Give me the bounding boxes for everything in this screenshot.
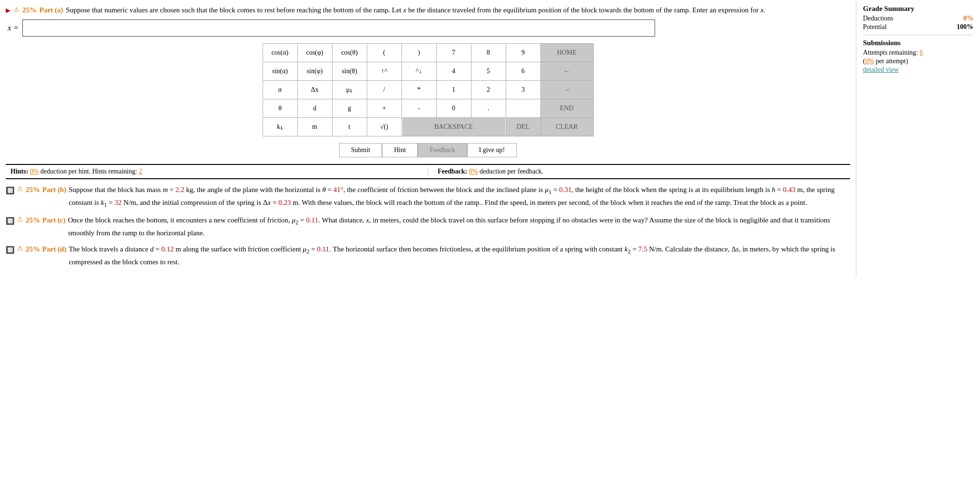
feedback-deduction: 0% <box>469 168 478 175</box>
hints-text: deduction per hint. Hints remaining: <box>40 168 139 175</box>
action-buttons: Submit Hint Feedback I give up! <box>6 143 850 157</box>
parts-section: 🔲 ⚠ 25% Part (b) Suppose that the block … <box>6 184 850 268</box>
calc-t[interactable]: t <box>333 118 367 136</box>
per-attempt-val: 0% <box>865 58 874 65</box>
calc-1[interactable]: 1 <box>437 81 471 99</box>
calc-mu1[interactable]: μ₁ <box>333 81 367 99</box>
calc-theta[interactable]: θ <box>263 99 297 117</box>
calc-sqrt[interactable]: √() <box>367 118 402 136</box>
calc-row-2: sin(α) sin(φ) sin(θ) ↑^ ^↓ 4 5 6 ← <box>263 62 593 80</box>
part-d-label: Part (d) <box>42 243 66 255</box>
grade-summary-title: Grade Summary <box>863 5 973 13</box>
calc-8[interactable]: 8 <box>471 44 506 62</box>
calc-0[interactable]: 0 <box>437 99 471 117</box>
hints-section: Hints: 0% deduction per hint. Hints rema… <box>10 168 418 175</box>
part-c-label: Part (c) <box>42 214 66 226</box>
calc-sin-alpha[interactable]: sin(α) <box>263 62 297 80</box>
calc-alpha[interactable]: α <box>263 81 297 99</box>
calc-6[interactable]: 6 <box>506 62 540 80</box>
part-d-row: 🔲 ⚠ 25% Part (d) The block travels a dis… <box>6 243 850 268</box>
part-d-warning: ⚠ <box>17 243 23 254</box>
calc-7[interactable]: 7 <box>437 44 471 62</box>
calc-divide[interactable]: / <box>367 81 402 99</box>
potential-row: Potential 100% <box>863 23 973 31</box>
calc-delta-x[interactable]: Δx <box>298 81 332 99</box>
calc-minus[interactable]: - <box>402 99 436 117</box>
part-d-icon: 🔲 <box>6 244 15 256</box>
give-up-button[interactable]: I give up! <box>467 143 517 157</box>
calc-superscript-up[interactable]: ↑^ <box>367 62 402 80</box>
calc-sin-phi[interactable]: sin(φ) <box>298 62 332 80</box>
calc-cos-theta[interactable]: cos(θ) <box>333 44 367 62</box>
calc-end[interactable]: END <box>541 99 593 117</box>
detailed-view-anchor[interactable]: detailed view <box>863 66 899 73</box>
calc-backspace[interactable]: BACKSPACE <box>402 118 505 136</box>
potential-val: 100% <box>957 23 973 31</box>
warning-icon: ⚠ <box>13 5 20 15</box>
part-d-content: The block travels a distance d = 0.12 m … <box>69 243 850 268</box>
calc-row-4: θ d g + - 0 . END <box>263 99 593 117</box>
feedback-section: Feedback: 0% deduction per feedback. <box>428 168 845 175</box>
calc-9[interactable]: 9 <box>506 44 540 62</box>
hints-label: Hints: <box>10 168 28 175</box>
deductions-val: 0% <box>963 15 973 22</box>
per-attempt-line: (0% per attempt) <box>863 58 973 65</box>
calc-g[interactable]: g <box>333 99 367 117</box>
part-a-percent: 25% <box>22 5 37 16</box>
calc-dot[interactable]: . <box>471 99 506 117</box>
part-c-row: 🔲 ⚠ 25% Part (c) Once the block reaches … <box>6 214 850 239</box>
calc-plus[interactable]: + <box>367 99 402 117</box>
calc-d[interactable]: d <box>298 99 332 117</box>
feedback-button[interactable]: Feedback <box>418 143 467 157</box>
submissions-title: Submissions <box>863 39 973 47</box>
calc-superscript-down[interactable]: ^↓ <box>402 62 436 80</box>
calc-cos-alpha[interactable]: cos(α) <box>263 44 297 62</box>
calc-left-arrow[interactable]: ← <box>541 62 593 80</box>
calc-del[interactable]: DEL <box>506 118 540 136</box>
play-icon[interactable]: ▶ <box>6 6 10 15</box>
part-c-content: Once the block reaches the bottom, it en… <box>68 214 850 239</box>
hints-bar: Hints: 0% deduction per hint. Hints rema… <box>6 164 850 179</box>
part-a-header: ▶ ⚠ 25% Part (a) Suppose that numeric va… <box>6 5 850 16</box>
calc-k1[interactable]: k₁ <box>263 118 297 136</box>
part-b-row: 🔲 ⚠ 25% Part (b) Suppose that the block … <box>6 184 850 210</box>
sidebar: Grade Summary Deductions 0% Potential 10… <box>856 0 980 277</box>
attempts-val: 6 <box>920 49 923 56</box>
calc-m[interactable]: m <box>298 118 332 136</box>
answer-input-row: x = <box>8 19 850 37</box>
calc-3[interactable]: 3 <box>506 81 540 99</box>
calc-cos-phi[interactable]: cos(φ) <box>298 44 332 62</box>
calc-open-paren[interactable]: ( <box>367 44 402 62</box>
part-b-content: Suppose that the block has mass m = 2.2 … <box>69 184 850 210</box>
x-label: x = <box>8 23 19 33</box>
calc-close-paren[interactable]: ) <box>402 44 436 62</box>
hint-button[interactable]: Hint <box>382 143 418 157</box>
part-b-warning: ⚠ <box>17 184 23 194</box>
calc-empty <box>506 99 540 117</box>
part-a-label: Part (a) <box>39 5 63 16</box>
deductions-label: Deductions <box>863 15 893 22</box>
calc-sin-theta[interactable]: sin(θ) <box>333 62 367 80</box>
part-c-icon: 🔲 <box>6 215 15 227</box>
per-attempt-suffix: per attempt) <box>874 58 908 65</box>
calc-multiply[interactable]: * <box>402 81 436 99</box>
feedback-text: deduction per feedback. <box>480 168 543 175</box>
sidebar-divider <box>863 35 973 35</box>
calc-grid: cos(α) cos(φ) cos(θ) ( ) 7 8 9 HOME sin(… <box>263 43 594 136</box>
hints-remaining[interactable]: 2 <box>139 168 142 175</box>
calc-5[interactable]: 5 <box>471 62 506 80</box>
calc-home[interactable]: HOME <box>541 44 593 62</box>
calc-2[interactable]: 2 <box>471 81 506 99</box>
calc-4[interactable]: 4 <box>437 62 471 80</box>
detailed-view-link[interactable]: detailed view <box>863 66 973 74</box>
calc-clear[interactable]: CLEAR <box>541 118 593 136</box>
attempts-line: Attempts remaining: 6 <box>863 49 973 57</box>
submit-button[interactable]: Submit <box>339 143 382 157</box>
calc-right-arrow[interactable]: → <box>541 81 593 99</box>
part-c-percent: 25% <box>26 214 40 226</box>
part-a-text: Suppose that numeric values are chosen s… <box>66 5 850 16</box>
attempts-label: Attempts remaining: <box>863 49 918 56</box>
part-b-percent: 25% <box>26 184 40 195</box>
answer-input[interactable] <box>22 19 655 37</box>
feedback-label: Feedback: <box>438 168 467 175</box>
